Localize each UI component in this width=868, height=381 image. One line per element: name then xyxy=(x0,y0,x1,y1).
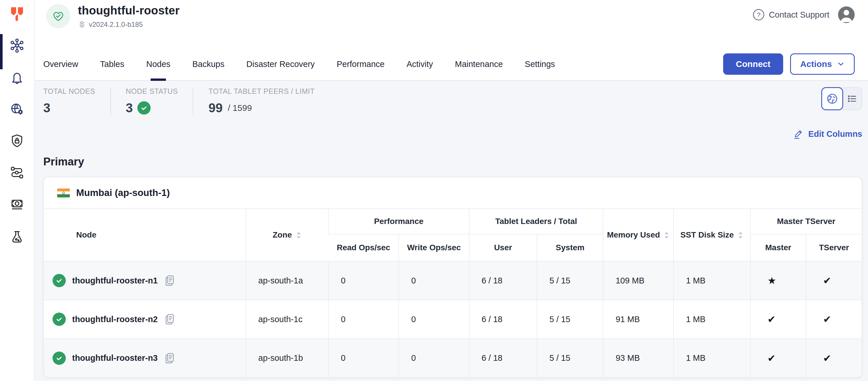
stat-tablet-peers-label: TOTAL TABLET PEERS / LIMIT xyxy=(208,87,314,95)
column-header-sst-disk-size[interactable]: SST Disk Size xyxy=(674,209,750,261)
column-header-tserver: TServer xyxy=(806,234,862,261)
connect-button[interactable]: Connect xyxy=(723,53,783,75)
tab-maintenance[interactable]: Maintenance xyxy=(455,48,503,80)
column-group-master-tserver: Master TServer xyxy=(750,209,862,234)
sidebar xyxy=(0,0,35,381)
system-tablets-cell: 5 / 15 xyxy=(537,300,603,339)
stat-total-nodes-value: 3 xyxy=(43,101,50,115)
column-header-system: System xyxy=(537,234,603,261)
region-header: Mumbai (ap-south-1) xyxy=(44,177,862,208)
table-row: thoughtful-rooster-n3 ap-south-1b 0 xyxy=(44,339,862,377)
tab-performance[interactable]: Performance xyxy=(337,48,385,80)
contact-support-label: Contact Support xyxy=(769,10,829,20)
edit-columns-label: Edit Columns xyxy=(808,129,862,139)
node-name: thoughtful-rooster-n1 xyxy=(72,276,158,286)
stat-total-nodes: TOTAL NODES 3 xyxy=(43,87,110,115)
primary-cluster-heading: Primary xyxy=(43,155,862,168)
help-circle-icon: ? xyxy=(752,9,765,21)
contact-support-link[interactable]: ? Contact Support xyxy=(752,9,829,21)
sst-cell: 1 MB xyxy=(674,339,750,377)
list-icon xyxy=(847,93,858,104)
user-tablets-cell: 6 / 18 xyxy=(469,300,537,339)
table-row: thoughtful-rooster-n2 ap-south-1c 0 xyxy=(44,300,862,339)
view-mode-toggle xyxy=(821,87,862,110)
tab-settings[interactable]: Settings xyxy=(525,48,555,80)
zone-cell: ap-south-1b xyxy=(246,339,329,377)
edit-columns-button[interactable]: Edit Columns xyxy=(43,128,862,139)
tab-tables[interactable]: Tables xyxy=(100,48,124,80)
node-healthy-icon xyxy=(53,274,66,287)
column-header-memory-used[interactable]: Memory Used xyxy=(603,209,674,261)
table-row: thoughtful-rooster-n1 ap-south-1a 0 xyxy=(44,261,862,300)
sst-cell: 1 MB xyxy=(674,261,750,300)
copy-icon[interactable] xyxy=(164,274,176,287)
tab-backups[interactable]: Backups xyxy=(192,48,224,80)
pencil-icon xyxy=(793,128,804,139)
copy-icon[interactable] xyxy=(164,313,176,326)
security-shield-lock-icon[interactable] xyxy=(9,134,25,148)
system-tablets-cell: 5 / 15 xyxy=(537,339,603,377)
column-header-zone[interactable]: Zone xyxy=(246,209,329,261)
column-header-read-ops: Read Ops/sec xyxy=(329,234,399,261)
zone-cell: ap-south-1a xyxy=(246,261,329,300)
stat-tablet-peers: TOTAL TABLET PEERS / LIMIT 99 / 1599 xyxy=(193,87,330,115)
version-label: v2024.2.1.0-b185 xyxy=(89,21,143,29)
read-ops-cell: 0 xyxy=(329,339,399,377)
node-healthy-icon xyxy=(53,352,66,365)
user-avatar[interactable] xyxy=(838,6,855,23)
zone-cell: ap-south-1c xyxy=(246,300,329,339)
tab-disaster-recovery[interactable]: Disaster Recovery xyxy=(246,48,315,80)
tserver-check-icon: ✔ xyxy=(806,261,862,300)
labs-flask-icon[interactable] xyxy=(9,229,25,244)
universe-title: thoughtful-rooster xyxy=(78,4,180,17)
column-header-master: Master xyxy=(750,234,806,261)
column-header-node: Node xyxy=(44,209,246,261)
sort-icon xyxy=(663,231,670,240)
column-group-tablet-leaders: Tablet Leaders / Total xyxy=(469,209,603,234)
region-name: Mumbai (ap-south-1) xyxy=(76,187,170,198)
sidebar-active-indicator xyxy=(0,34,3,69)
yugabyte-logo[interactable] xyxy=(8,5,26,23)
tab-activity[interactable]: Activity xyxy=(407,48,433,80)
node-name: thoughtful-rooster-n3 xyxy=(72,353,158,363)
chevron-down-icon xyxy=(837,60,845,68)
tserver-check-icon: ✔ xyxy=(806,339,862,377)
copy-icon[interactable] xyxy=(164,352,176,364)
nodes-page: TOTAL NODES 3 NODE STATUS 3 TOTAL TABLET… xyxy=(35,87,868,378)
tab-overview[interactable]: Overview xyxy=(43,48,78,80)
tab-bar: Overview Tables Nodes Backups Disaster R… xyxy=(35,48,868,81)
column-group-performance: Performance xyxy=(329,209,469,234)
cloud-config-globe-gear-icon[interactable] xyxy=(9,101,25,117)
healthy-check-icon xyxy=(137,101,151,115)
list-view-toggle[interactable] xyxy=(840,87,862,110)
actions-button-label: Actions xyxy=(800,59,832,69)
globe-icon xyxy=(826,93,838,105)
node-healthy-icon xyxy=(53,313,66,326)
version-layers-icon xyxy=(78,21,86,29)
sort-icon xyxy=(296,231,302,240)
memory-cell: 109 MB xyxy=(603,261,674,300)
write-ops-cell: 0 xyxy=(399,300,469,339)
stat-node-status-label: NODE STATUS xyxy=(126,87,178,95)
write-ops-cell: 0 xyxy=(399,339,469,377)
alerts-bell-icon[interactable] xyxy=(9,70,25,85)
universe-cluster-icon[interactable] xyxy=(9,38,25,53)
user-tablets-cell: 6 / 18 xyxy=(469,261,537,300)
column-header-write-ops: Write Ops/sec xyxy=(399,234,469,261)
stat-tablet-peers-limit: / 1599 xyxy=(228,103,252,113)
stat-node-status: NODE STATUS 3 xyxy=(110,87,193,115)
tasks-pipeline-icon[interactable] xyxy=(9,165,25,180)
yugabyte-logo-icon xyxy=(9,5,25,22)
column-header-user: User xyxy=(469,234,537,261)
read-ops-cell: 0 xyxy=(329,300,399,339)
tab-nodes[interactable]: Nodes xyxy=(146,48,170,80)
actions-button[interactable]: Actions xyxy=(790,53,855,75)
billing-money-icon[interactable] xyxy=(9,197,25,212)
memory-cell: 91 MB xyxy=(603,300,674,339)
region-card: Mumbai (ap-south-1) Node Zone Performanc… xyxy=(43,177,862,378)
stat-total-nodes-label: TOTAL NODES xyxy=(43,87,95,95)
master-check-icon: ✔ xyxy=(750,300,806,339)
memory-cell: 93 MB xyxy=(603,339,674,377)
read-ops-cell: 0 xyxy=(329,261,399,300)
map-view-toggle[interactable] xyxy=(821,87,843,110)
